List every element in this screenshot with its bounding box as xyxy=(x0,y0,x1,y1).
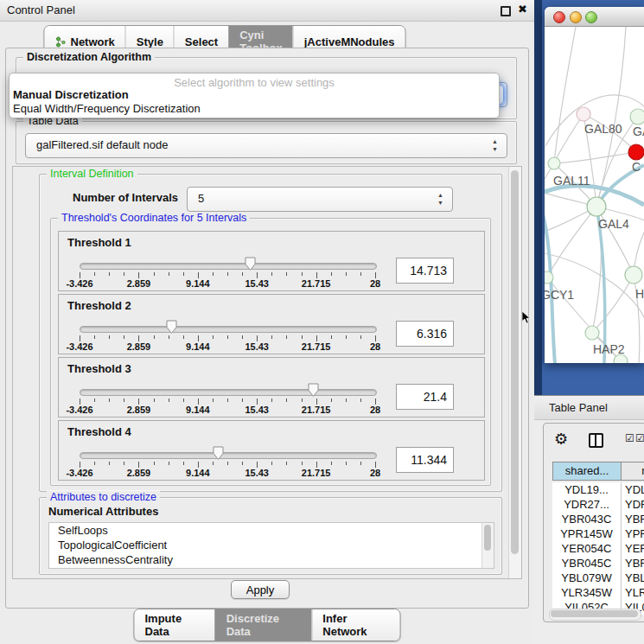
attribute-item-topologicalcoefficient[interactable]: TopologicalCoefficient xyxy=(49,538,494,552)
slider-tick xyxy=(183,272,184,276)
checkbox-icon[interactable]: ☑ xyxy=(625,432,634,444)
slider-tick xyxy=(124,399,124,402)
column-layout-icon[interactable] xyxy=(589,433,603,448)
table-cell[interactable]: YLR3 xyxy=(622,585,644,600)
network-node-gal11[interactable] xyxy=(548,157,560,169)
slider-tick xyxy=(360,272,361,276)
slider-tick xyxy=(286,335,287,339)
algorithm-option-manual-discretization[interactable]: Manual Discretization xyxy=(13,88,129,101)
network-edge[interactable] xyxy=(545,253,644,317)
table-cell[interactable]: YDR2 xyxy=(622,497,644,512)
slider-tick xyxy=(227,272,228,276)
combo-arrows-icon[interactable]: ▲▼ xyxy=(490,137,500,153)
threshold-value-box[interactable]: 11.344 xyxy=(396,447,454,473)
combo-arrows-icon[interactable]: ▲▼ xyxy=(436,191,445,207)
slider-tick xyxy=(138,399,139,405)
interval-definition-title: Interval Definition xyxy=(47,168,137,180)
slider-tick xyxy=(257,399,258,405)
table-cell[interactable]: YER0 xyxy=(622,541,644,556)
tab-label: Infer Network xyxy=(322,612,389,638)
network-node[interactable] xyxy=(614,354,628,363)
tab-label: jActiveMNodules xyxy=(304,35,395,48)
settings-gear-icon[interactable]: ⚙ xyxy=(554,430,568,449)
threshold-slider-track[interactable] xyxy=(80,326,377,333)
slider-tick xyxy=(138,462,139,468)
table-cell[interactable]: YDL1 xyxy=(622,482,644,497)
slider-tick-label: 9.144 xyxy=(186,341,210,352)
settings-scrollbar[interactable] xyxy=(508,167,521,578)
table-cell[interactable]: YBR043C xyxy=(552,512,622,526)
network-edge[interactable] xyxy=(554,114,583,163)
bottom-tab-impute-data[interactable]: Impute Data xyxy=(135,609,215,641)
slider-tick xyxy=(109,399,110,402)
network-canvas[interactable]: GAL80GACGAL11GAL4GCY1HHAP2 xyxy=(545,27,644,363)
number-of-intervals-combo[interactable]: 5 ▲▼ xyxy=(187,187,453,212)
table-cell[interactable]: YER054C xyxy=(552,541,622,556)
column-header-shared[interactable]: shared... xyxy=(552,462,622,481)
network-node-gal80[interactable] xyxy=(577,107,590,121)
zoom-light-green[interactable] xyxy=(585,11,597,23)
network-view-window[interactable]: GAL80GACGAL11GAL4GCY1HHAP2 xyxy=(545,7,644,363)
bottom-tab-infer-network[interactable]: Infer Network xyxy=(311,609,399,641)
bottom-tab-discretize-data[interactable]: Discretize Data xyxy=(215,609,312,641)
slider-tick xyxy=(169,462,169,465)
network-node-label: GCY1 xyxy=(545,288,574,302)
network-node-gal4[interactable] xyxy=(587,197,606,216)
table-cell[interactable]: YPR1 xyxy=(622,526,644,541)
close-icon[interactable]: ✖ xyxy=(518,3,527,16)
numerical-attributes-list[interactable]: SelfLoopsTopologicalCoefficientBetweenne… xyxy=(48,522,494,569)
table-cell[interactable]: YBL079W xyxy=(552,571,622,585)
table-cell[interactable]: YBL0 xyxy=(622,571,644,585)
slider-tick xyxy=(138,272,139,278)
slider-tick-label: 21.715 xyxy=(302,341,331,352)
slider-tick xyxy=(346,399,347,402)
threshold-slider-track[interactable] xyxy=(80,263,377,270)
table-cell[interactable]: YBR045C xyxy=(552,556,622,571)
slider-tick-label: -3.426 xyxy=(66,341,92,352)
network-node-c[interactable] xyxy=(628,144,644,160)
threshold-slider-track[interactable] xyxy=(80,452,377,459)
float-window-icon[interactable] xyxy=(501,6,511,16)
network-edge[interactable] xyxy=(554,152,636,163)
slider-tick xyxy=(198,272,199,278)
threshold-value-box[interactable]: 14.713 xyxy=(396,258,454,284)
apply-button[interactable]: Apply xyxy=(231,580,290,599)
table-horizontal-scrollbar[interactable] xyxy=(549,609,641,621)
threshold-slider-thumb[interactable] xyxy=(307,383,320,398)
list-scrollbar[interactable] xyxy=(481,523,494,568)
table-cell[interactable]: YDR27... xyxy=(552,497,622,512)
network-window-titlebar[interactable] xyxy=(545,7,644,27)
threshold-panel-2: Threshold 2-3.4262.8599.14415.4321.71528… xyxy=(58,294,485,354)
threshold-value-box[interactable]: 21.4 xyxy=(396,384,454,410)
network-node-ga[interactable] xyxy=(630,109,644,124)
column-header-name[interactable]: name xyxy=(622,462,644,481)
slider-tick-label: 21.715 xyxy=(302,278,331,289)
threshold-slider-track[interactable] xyxy=(80,389,377,396)
network-edge[interactable] xyxy=(547,207,596,277)
close-light-red[interactable] xyxy=(553,11,565,23)
table-data-combo[interactable]: galFiltered.sif default node ▲▼ xyxy=(25,133,507,158)
minimize-light-yellow[interactable] xyxy=(570,11,582,23)
slider-tick xyxy=(302,462,303,465)
network-node-hap2[interactable] xyxy=(585,326,599,340)
checkbox-icon[interactable]: ☑ xyxy=(635,432,644,444)
table-cell[interactable]: YPR145W xyxy=(552,526,622,541)
network-node-gcy1[interactable] xyxy=(545,271,553,284)
table-cell[interactable]: YDL19... xyxy=(552,482,622,497)
algorithm-option-equal-width-frequency-discretization[interactable]: Equal Width/Frequency Discretization xyxy=(13,102,201,115)
network-node-h[interactable] xyxy=(625,266,642,284)
slider-tick xyxy=(124,462,124,465)
threshold-slider-thumb[interactable] xyxy=(212,446,225,461)
slider-tick xyxy=(154,272,155,276)
attribute-item-selfloops[interactable]: SelfLoops xyxy=(49,523,494,538)
network-edge-highlight[interactable] xyxy=(545,211,555,363)
slider-tick-label: 2.859 xyxy=(127,278,151,289)
threshold-slider-thumb[interactable] xyxy=(165,320,178,335)
table-cell[interactable]: YBR0 xyxy=(622,556,644,571)
table-cell[interactable]: YBR0 xyxy=(622,512,644,526)
threshold-value-box[interactable]: 6.316 xyxy=(396,321,454,347)
table-cell[interactable]: YLR345W xyxy=(552,585,622,600)
threshold-slider-thumb[interactable] xyxy=(244,257,257,271)
attribute-item-betweennesscentrality[interactable]: BetweennessCentrality xyxy=(49,552,494,567)
algorithm-dropdown-popup: Select algorithm to view settings Manual… xyxy=(9,73,500,118)
